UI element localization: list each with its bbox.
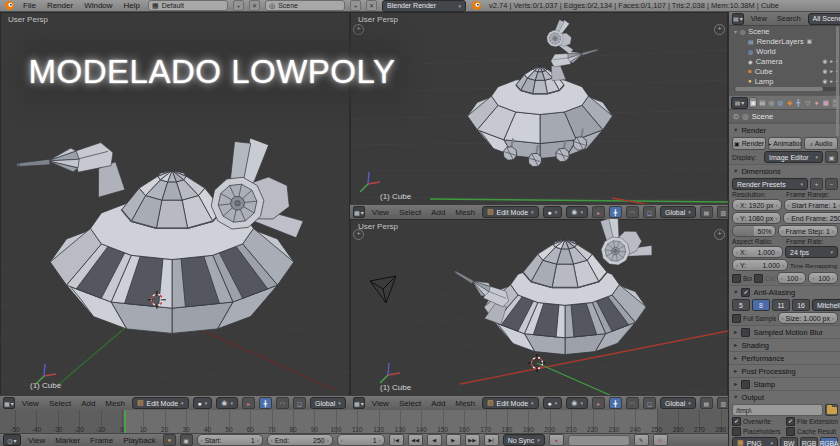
region-expand-icon[interactable]: + xyxy=(353,229,364,240)
file-format-select[interactable]: ▦PNG▾ xyxy=(732,437,778,446)
outliner-item-world[interactable]: ·◍World xyxy=(729,46,840,56)
viewport-left-orientation-select[interactable]: Global▾ xyxy=(310,397,346,409)
viewport-left-editor-type-button[interactable]: ▦▾ xyxy=(3,397,15,409)
viewport-bottom-right-menu-view[interactable]: View xyxy=(369,399,392,408)
region-expand-icon[interactable]: + xyxy=(714,229,725,240)
file-extensions-checkbox[interactable]: ✓File Extensions xyxy=(786,417,838,426)
outliner-editor-type-button[interactable]: ▤▾ xyxy=(732,13,744,25)
timeline-ruler[interactable]: -50-40-30-20-100102030405060708090100110… xyxy=(0,410,728,434)
play-button[interactable]: ▶ xyxy=(446,434,461,446)
screen-layout-selector[interactable]: ▦Default xyxy=(148,0,228,11)
axis-gizmo[interactable] xyxy=(360,172,380,192)
lock-range-button[interactable]: ▣ xyxy=(180,434,193,446)
viewport-top-right-scale-manipulator-button[interactable]: ◻ xyxy=(643,206,656,218)
viewport-bottom-right-canvas[interactable] xyxy=(350,219,728,396)
timeline-menu-playback[interactable]: Playback xyxy=(120,436,158,445)
panel-dimensions[interactable]: ▼Dimensions xyxy=(729,164,840,177)
panel-anti-aliasing[interactable]: ▼✓Anti-Aliasing xyxy=(729,285,840,298)
menu-help[interactable]: Help xyxy=(121,1,143,10)
tab-render[interactable]: ▣ xyxy=(749,97,757,108)
timeline-end-field[interactable]: ‹End:250› xyxy=(267,434,333,446)
current-frame-line[interactable] xyxy=(124,410,126,433)
keying-set-edit-button[interactable]: ✎ xyxy=(634,434,649,446)
panel-checkbox[interactable] xyxy=(741,380,750,389)
panel-checkbox[interactable] xyxy=(741,328,750,337)
render-button[interactable]: ▣Render xyxy=(732,137,766,150)
viewport-top-right-orientation-select[interactable]: Global▾ xyxy=(660,206,696,218)
menu-render[interactable]: Render xyxy=(44,1,76,10)
display-select[interactable]: Image Editor▾ xyxy=(764,151,823,163)
timeline-menu-view[interactable]: View xyxy=(25,436,48,445)
viewport-top-right-menu-view[interactable]: View xyxy=(369,208,392,217)
close-layout-button[interactable]: ✕ xyxy=(249,0,260,11)
tab-data[interactable]: ▽ xyxy=(804,97,812,108)
play-reverse-button[interactable]: ◀ xyxy=(427,434,442,446)
remap-old-field[interactable]: ‹100› xyxy=(777,272,807,284)
viewport-top-right-shading-select[interactable]: ●▾ xyxy=(543,206,563,218)
panel-performance[interactable]: ►Performance xyxy=(729,351,840,364)
tab-scene[interactable]: ◎ xyxy=(767,97,775,108)
viewport-top-right-rotate-manipulator-button[interactable]: ◠ xyxy=(626,206,639,218)
selectability-arrow-icon[interactable]: ▸ xyxy=(830,78,833,84)
viewport-top-right-pivot-select[interactable]: ◉▾ xyxy=(566,206,588,218)
viewport-bottom-right-orientation-select[interactable]: Global▾ xyxy=(660,397,696,409)
selectability-arrow-icon[interactable]: ▸ xyxy=(830,58,833,64)
viewport-bottom-right-translate-manipulator-button[interactable]: ╋ xyxy=(609,397,622,409)
outliner-menu-view[interactable]: View xyxy=(748,14,770,23)
viewport-top-right-menu-add[interactable]: Add xyxy=(428,208,448,217)
viewport-left-menu-add[interactable]: Add xyxy=(78,399,98,408)
viewport-top-right-vertex-select-button[interactable]: ▤ xyxy=(700,206,713,218)
aspect-x-field[interactable]: ‹X:1.000› xyxy=(732,246,783,258)
current-frame-field[interactable]: ‹1› xyxy=(337,434,385,446)
resolution-x-field[interactable]: ‹X:1920 px› xyxy=(732,199,782,211)
viewport-bottom-right-edge-select-button[interactable]: ▥ xyxy=(717,397,728,409)
prev-keyframe-button[interactable]: ◀◀ xyxy=(408,434,423,446)
panel-sampled-motion-blur[interactable]: ►Sampled Motion Blur xyxy=(729,325,840,338)
viewport-left-menu-view[interactable]: View xyxy=(19,399,42,408)
browse-folder-button[interactable] xyxy=(825,404,838,416)
preset-remove-button[interactable]: − xyxy=(825,178,838,190)
outliner-h-scrollbar[interactable] xyxy=(734,87,836,91)
viewport-top-right-menu-select[interactable]: Select xyxy=(396,208,424,217)
timeline-editor-type-button[interactable]: ◷▾ xyxy=(3,434,21,446)
channels-rgb-button[interactable]: RGB xyxy=(800,437,818,446)
jump-end-button[interactable]: ▶| xyxy=(484,434,499,446)
outliner-item-cube[interactable]: ·■Cube◉▸▪ xyxy=(729,66,840,76)
close-scene-button[interactable]: ✕ xyxy=(366,0,377,11)
record-button[interactable]: ● xyxy=(549,434,564,446)
visibility-eye-icon[interactable]: ◉ xyxy=(822,68,827,74)
frame-rate-select[interactable]: 24 fps▾ xyxy=(785,246,838,258)
outliner-item-camera[interactable]: ·◆Camera◉▸▪ xyxy=(729,56,840,66)
viewport-bottom-right-menu-add[interactable]: Add xyxy=(428,399,448,408)
timeline-menu-frame[interactable]: Frame xyxy=(87,436,116,445)
viewport-bottom-right-vertex-select-button[interactable]: ▤ xyxy=(700,397,713,409)
render-presets-select[interactable]: Render Presets▾ xyxy=(732,178,808,190)
sync-mode-select[interactable]: No Sync▾ xyxy=(503,434,545,446)
tab-modifiers[interactable]: ╋ xyxy=(795,97,803,108)
outliner-filter-select[interactable]: All Scenes xyxy=(808,13,840,25)
full-sample-checkbox[interactable]: Full Sample xyxy=(732,314,776,323)
viewport-bottom-right-menu-select[interactable]: Select xyxy=(396,399,424,408)
visibility-eye-icon[interactable]: ◉ xyxy=(822,78,827,84)
audio-button[interactable]: ♪Audio xyxy=(804,137,838,150)
add-layout-button[interactable]: + xyxy=(233,0,244,11)
crop-checkbox[interactable]: Crop xyxy=(754,274,774,283)
viewport-bottom-right-scale-manipulator-button[interactable]: ◻ xyxy=(643,397,656,409)
timeline-start-field[interactable]: ‹Start:1› xyxy=(197,434,263,446)
tab-texture[interactable]: ▦ xyxy=(822,97,830,108)
properties-editor-type-button[interactable]: ▤▾ xyxy=(731,97,748,109)
start-frame-field[interactable]: ‹Start Frame:1› xyxy=(784,199,840,211)
jump-start-button[interactable]: |◀ xyxy=(389,434,404,446)
axis-gizmo[interactable] xyxy=(380,363,400,383)
tab-render-layers[interactable]: ▤ xyxy=(758,97,766,108)
aspect-y-field[interactable]: ‹Y:1.000› xyxy=(732,259,788,271)
viewport-bottom-right-mode-select[interactable]: ▧Edit Mode▾ xyxy=(482,397,539,409)
properties-scrollbar[interactable] xyxy=(836,26,839,136)
panel-post-processing[interactable]: ►Post Processing xyxy=(729,364,840,377)
viewport-left-menu-mesh[interactable]: Mesh xyxy=(102,399,128,408)
tab-world[interactable]: ◍ xyxy=(776,97,784,108)
viewport-left-rotate-manipulator-button[interactable]: ◠ xyxy=(276,397,289,409)
frame-step-field[interactable]: ‹Frame Step:1› xyxy=(778,225,838,237)
disclosure-triangle-icon[interactable]: ▾ xyxy=(734,28,737,35)
outliner-item-renderlayers[interactable]: ·▤RenderLayers▣ xyxy=(729,36,840,46)
